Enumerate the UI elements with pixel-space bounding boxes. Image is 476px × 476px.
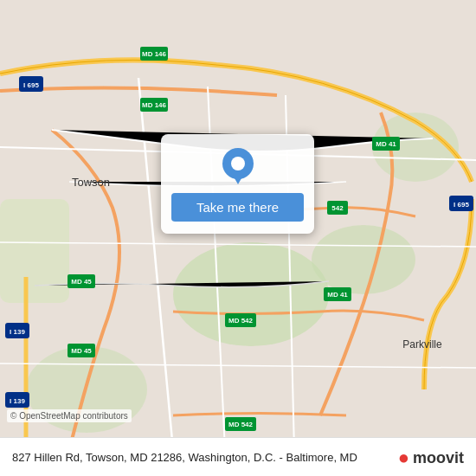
svg-text:Parkville: Parkville xyxy=(402,338,442,351)
osm-attribution: © OpenStreetMap contributors xyxy=(7,409,132,422)
svg-rect-3 xyxy=(0,199,69,303)
moovit-dot: ● xyxy=(398,447,409,469)
map-container: I 695 MD 146 MD 146 MD 45 MD 45 I 139 I … xyxy=(0,0,476,476)
osm-attribution-text: © OpenStreetMap contributors xyxy=(10,411,128,421)
bottom-bar: 827 Hillen Rd, Towson, MD 21286, Washing… xyxy=(0,437,476,476)
svg-text:542: 542 xyxy=(331,204,344,212)
svg-text:I 139: I 139 xyxy=(10,328,25,336)
svg-text:MD 41: MD 41 xyxy=(327,291,348,299)
svg-text:MD 146: MD 146 xyxy=(142,101,167,109)
map-svg: I 695 MD 146 MD 146 MD 45 MD 45 I 139 I … xyxy=(0,0,476,476)
svg-point-0 xyxy=(173,242,329,346)
moovit-logo: ● moovit xyxy=(398,447,464,469)
svg-text:MD 542: MD 542 xyxy=(228,317,254,325)
moovit-brand-name: moovit xyxy=(413,449,464,467)
popup-card: Take me there xyxy=(161,134,314,234)
address-text: 827 Hillen Rd, Towson, MD 21286, Washing… xyxy=(12,450,398,466)
svg-point-1 xyxy=(312,225,415,294)
svg-text:MD 45: MD 45 xyxy=(71,278,92,286)
svg-text:I 695: I 695 xyxy=(453,201,469,209)
svg-text:I 695: I 695 xyxy=(23,81,39,89)
svg-text:MD 146: MD 146 xyxy=(142,50,167,58)
svg-text:MD 45: MD 45 xyxy=(71,347,92,355)
location-pin-icon xyxy=(222,148,254,184)
svg-text:MD 41: MD 41 xyxy=(376,140,396,148)
svg-point-40 xyxy=(231,157,245,170)
take-me-there-button[interactable]: Take me there xyxy=(171,193,304,222)
svg-text:Towson: Towson xyxy=(72,176,110,189)
svg-text:MD 542: MD 542 xyxy=(228,421,254,428)
svg-text:I 139: I 139 xyxy=(10,397,25,405)
